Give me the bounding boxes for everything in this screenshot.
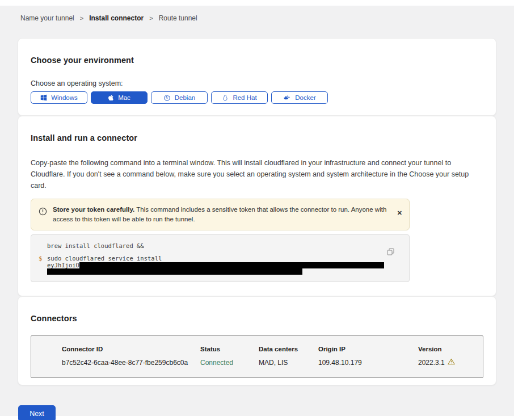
cell-data-centers: MAD, LIS <box>259 359 318 367</box>
os-button-group: Windows Mac Debian <box>31 91 483 104</box>
header-status: Status <box>200 346 259 352</box>
apple-logo-icon <box>108 94 114 101</box>
header-connector-id: Connector ID <box>62 346 200 352</box>
header-data-centers: Data centers <box>259 346 318 352</box>
breadcrumb: Name your tunnel > Install connector > R… <box>0 6 514 22</box>
token-warning-title: Store your token carefully. <box>53 206 134 213</box>
breadcrumb-step-route-tunnel[interactable]: Route tunnel <box>159 14 197 22</box>
terminal-command-block: $ brew install cloudflared && sudo cloud… <box>31 234 410 282</box>
terminal-prompt: $ <box>39 255 43 262</box>
terminal-token-line: eyJhIjoiO <box>47 262 393 268</box>
alert-circle-icon <box>39 207 47 218</box>
install-connector-title: Install and run a connector <box>31 133 483 142</box>
breadcrumb-separator: > <box>80 15 83 22</box>
connectors-title: Connectors <box>31 314 483 323</box>
warning-triangle-icon <box>448 358 455 367</box>
os-button-windows[interactable]: Windows <box>31 91 87 104</box>
token-warning-banner: Store your token carefully. This command… <box>31 199 410 230</box>
os-button-mac[interactable]: Mac <box>91 91 148 104</box>
docker-logo-icon <box>283 94 291 101</box>
os-button-label: Debian <box>175 94 195 101</box>
os-select-label: Choose an operating system: <box>31 79 483 87</box>
header-version: Version <box>418 346 483 352</box>
wizard-footer: Next <box>0 385 514 420</box>
terminal-command-line-2: sudo cloudflared service install <box>47 255 393 262</box>
os-button-label: Red Hat <box>233 94 256 101</box>
redacted-token-bar-2 <box>47 268 302 275</box>
next-button[interactable]: Next <box>18 405 56 420</box>
cell-status: Connected <box>200 359 259 367</box>
copy-icon[interactable] <box>387 248 394 257</box>
terminal-command-line-1: brew install cloudflared && <box>47 242 393 249</box>
os-button-label: Mac <box>118 94 130 101</box>
debian-logo-icon <box>163 94 171 102</box>
token-prefix-text: eyJhIjoiO <box>47 262 79 268</box>
breadcrumb-step-install-connector[interactable]: Install connector <box>89 14 144 22</box>
content-background: Name your tunnel > Install connector > R… <box>0 6 514 416</box>
os-button-docker[interactable]: Docker <box>271 91 328 104</box>
windows-logo-icon <box>40 94 47 101</box>
os-button-debian[interactable]: Debian <box>151 91 208 104</box>
table-header-row: Connector ID Status Data centers Origin … <box>62 346 483 352</box>
version-text: 2022.3.1 <box>418 359 445 367</box>
breadcrumb-step-name-your-tunnel[interactable]: Name your tunnel <box>20 14 74 22</box>
connectors-table: Connector ID Status Data centers Origin … <box>31 335 483 378</box>
choose-environment-title: Choose your environment <box>31 56 483 65</box>
connectors-card: Connectors Connector ID Status Data cent… <box>18 296 496 385</box>
token-warning-text: Store your token carefully. This command… <box>53 205 397 224</box>
cell-version: 2022.3.1 <box>418 358 483 367</box>
install-connector-card: Install and run a connector Copy-paste t… <box>18 116 496 296</box>
os-button-label: Docker <box>295 94 315 101</box>
table-row: b7c52c42-6caa-48ee-8c77-fbe259cb6c0a Con… <box>62 358 483 367</box>
cell-connector-id: b7c52c42-6caa-48ee-8c77-fbe259cb6c0a <box>62 359 200 367</box>
header-origin-ip: Origin IP <box>318 346 418 352</box>
os-button-redhat[interactable]: Red Hat <box>211 91 268 104</box>
install-connector-description: Copy-paste the following command into a … <box>31 157 483 191</box>
redhat-logo-icon <box>222 94 229 102</box>
cell-origin-ip: 109.48.10.179 <box>318 359 418 367</box>
os-button-label: Windows <box>51 94 78 101</box>
choose-environment-card: Choose your environment Choose an operat… <box>18 38 496 116</box>
close-icon[interactable]: ✕ <box>397 210 402 216</box>
redacted-token-bar-1 <box>79 262 384 268</box>
breadcrumb-separator: > <box>149 15 153 22</box>
